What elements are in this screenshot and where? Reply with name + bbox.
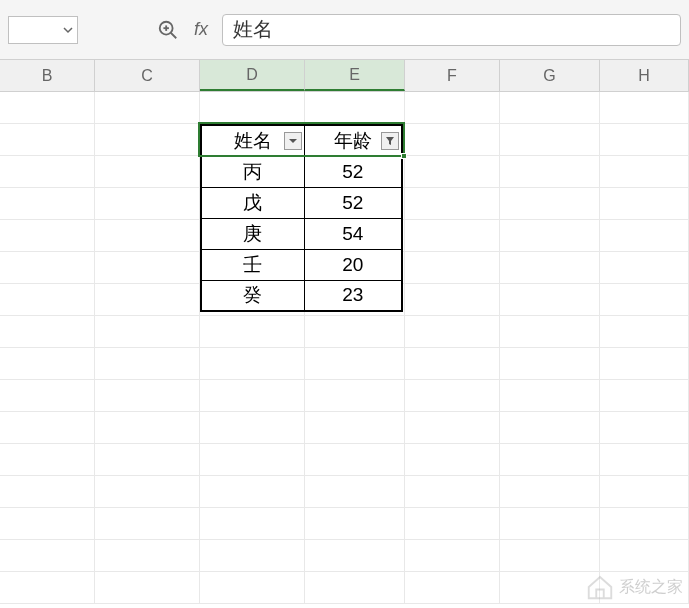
column-header-G[interactable]: G: [500, 60, 600, 91]
header-cell-name[interactable]: 姓名: [201, 125, 304, 156]
fx-label: fx: [194, 19, 208, 40]
name-box[interactable]: [8, 16, 78, 44]
column-header-C[interactable]: C: [95, 60, 200, 91]
table-row[interactable]: 庚54: [201, 218, 402, 249]
column-headers: B C D E F G H: [0, 60, 689, 92]
table-header-row: 姓名 年龄: [201, 125, 402, 156]
table-row[interactable]: 丙52: [201, 156, 402, 187]
column-header-B[interactable]: B: [0, 60, 95, 91]
formula-bar: fx 姓名: [0, 0, 689, 60]
header-cell-age[interactable]: 年龄: [304, 125, 402, 156]
column-header-H[interactable]: H: [600, 60, 689, 91]
house-icon: [585, 572, 615, 602]
formula-value: 姓名: [233, 16, 273, 43]
watermark-text: 系统之家: [619, 577, 683, 598]
spreadsheet-area: B C D E F G H 姓名: [0, 60, 689, 608]
cell-age[interactable]: 52: [304, 156, 402, 187]
header-age-label: 年龄: [334, 130, 372, 151]
filter-button-age[interactable]: [381, 132, 399, 150]
data-table: 姓名 年龄 丙52 戊52 庚54 壬20 癸23: [200, 124, 403, 312]
column-header-F[interactable]: F: [405, 60, 500, 91]
column-header-E[interactable]: E: [305, 60, 405, 91]
cell-name[interactable]: 庚: [201, 218, 304, 249]
cell-name[interactable]: 壬: [201, 249, 304, 280]
dropdown-arrow-icon: [63, 25, 73, 35]
table-row[interactable]: 戊52: [201, 187, 402, 218]
column-header-D[interactable]: D: [200, 60, 305, 91]
filter-button-name[interactable]: [284, 132, 302, 150]
cell-name[interactable]: 戊: [201, 187, 304, 218]
formula-input[interactable]: 姓名: [222, 14, 681, 46]
cell-age[interactable]: 54: [304, 218, 402, 249]
dropdown-arrow-icon: [288, 136, 298, 146]
cell-name[interactable]: 癸: [201, 280, 304, 311]
header-name-label: 姓名: [234, 130, 272, 151]
svg-line-1: [171, 32, 177, 38]
zoom-icon[interactable]: [156, 18, 180, 42]
cell-name[interactable]: 丙: [201, 156, 304, 187]
filter-icon: [385, 136, 395, 146]
cell-age[interactable]: 23: [304, 280, 402, 311]
table-row[interactable]: 壬20: [201, 249, 402, 280]
table-row[interactable]: 癸23: [201, 280, 402, 311]
cell-age[interactable]: 20: [304, 249, 402, 280]
watermark: 系统之家: [585, 572, 683, 602]
cell-age[interactable]: 52: [304, 187, 402, 218]
